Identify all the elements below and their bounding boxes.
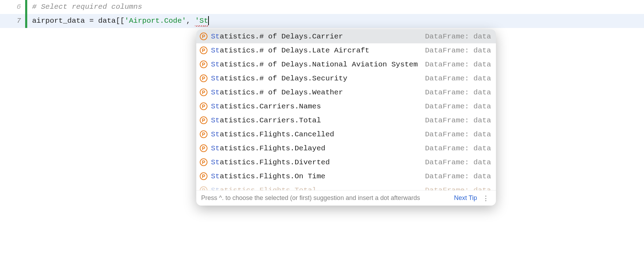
autocomplete-list[interactable]: P Statistics.# of Delays.Carrier DataFra…: [196, 29, 496, 190]
next-tip-link[interactable]: Next Tip: [454, 194, 477, 202]
autocomplete-item[interactable]: P Statistics.# of Delays.Weather DataFra…: [196, 85, 496, 99]
autocomplete-item[interactable]: P Statistics.Flights.Cancelled DataFrame…: [196, 127, 496, 141]
autocomplete-item-type: DataFrame: data: [425, 144, 491, 152]
change-marker: [25, 14, 27, 28]
code-segment: airport_data = data[[: [32, 14, 125, 28]
property-icon: P: [200, 60, 207, 68]
autocomplete-item[interactable]: P Statistics.Flights.Delayed DataFrame: …: [196, 141, 496, 155]
autocomplete-popup[interactable]: P Statistics.# of Delays.Carrier DataFra…: [196, 29, 496, 206]
autocomplete-item[interactable]: P Statistics.# of Delays.Carrier DataFra…: [196, 29, 496, 43]
autocomplete-item[interactable]: P Statistics.Carriers.Names DataFrame: d…: [196, 99, 496, 113]
autocomplete-item-type: DataFrame: data: [425, 158, 491, 166]
property-icon: P: [200, 88, 207, 96]
autocomplete-item[interactable]: P Statistics.Flights.Diverted DataFrame:…: [196, 155, 496, 169]
comment-text: # Select required columns: [32, 0, 142, 14]
property-icon: P: [200, 186, 207, 190]
line-number: 6: [0, 0, 25, 14]
autocomplete-item-label: Statistics.Carriers.Total: [211, 116, 422, 124]
autocomplete-item-type: DataFrame: data: [425, 186, 491, 191]
footer-hint: Press ^. to choose the selected (or firs…: [201, 194, 450, 202]
autocomplete-item-label: Statistics.Flights.Delayed: [211, 144, 422, 152]
autocomplete-item-label: Statistics.Flights.Total: [211, 186, 422, 191]
line-number: 7: [0, 14, 25, 28]
code-line-active[interactable]: 7 airport_data = data[['Airport.Code', '…: [0, 14, 644, 28]
autocomplete-item-label: Statistics.Carriers.Names: [211, 102, 422, 110]
autocomplete-item-label: Statistics.Flights.Cancelled: [211, 130, 422, 138]
property-icon: P: [200, 33, 207, 40]
string-open-quote: ': [195, 14, 199, 28]
autocomplete-item-label: Statistics.# of Delays.National Aviation…: [211, 60, 422, 69]
property-icon: P: [200, 46, 207, 54]
autocomplete-item[interactable]: P Statistics.# of Delays.Security DataFr…: [196, 71, 496, 85]
autocomplete-item[interactable]: P Statistics.Flights.Total DataFrame: da…: [196, 183, 496, 190]
property-icon: P: [200, 102, 207, 110]
autocomplete-item[interactable]: P Statistics.Flights.On Time DataFrame: …: [196, 169, 496, 183]
code-segment: ,: [186, 14, 195, 28]
code-editor[interactable]: 6 # Select required columns 7 airport_da…: [0, 0, 644, 28]
autocomplete-item-type: DataFrame: data: [425, 116, 491, 124]
change-marker: [25, 0, 27, 14]
property-icon: P: [200, 144, 207, 152]
autocomplete-footer: Press ^. to choose the selected (or firs…: [196, 190, 496, 206]
string-partial: St: [199, 14, 208, 28]
autocomplete-item[interactable]: P Statistics.Carriers.Total DataFrame: d…: [196, 113, 496, 127]
more-options-icon[interactable]: ⋮: [481, 194, 491, 202]
text-cursor: [208, 16, 209, 25]
autocomplete-item[interactable]: P Statistics.# of Delays.National Aviati…: [196, 57, 496, 71]
autocomplete-item-label: Statistics.# of Delays.Weather: [211, 88, 422, 96]
property-icon: P: [200, 172, 207, 180]
autocomplete-item-type: DataFrame: data: [425, 172, 491, 180]
autocomplete-item-label: Statistics.# of Delays.Carrier: [211, 33, 422, 41]
property-icon: P: [200, 158, 207, 166]
autocomplete-item-type: DataFrame: data: [425, 46, 491, 55]
property-icon: P: [200, 74, 207, 82]
autocomplete-item-type: DataFrame: data: [425, 74, 491, 83]
autocomplete-item-label: Statistics.# of Delays.Late Aircraft: [211, 46, 422, 55]
code-content[interactable]: airport_data = data[['Airport.Code', 'St: [32, 14, 209, 28]
autocomplete-item-type: DataFrame: data: [425, 102, 491, 110]
code-line[interactable]: 6 # Select required columns: [0, 0, 644, 14]
string-literal: 'Airport.Code': [125, 14, 186, 28]
autocomplete-item-type: DataFrame: data: [425, 130, 491, 138]
autocomplete-item-type: DataFrame: data: [425, 88, 491, 96]
autocomplete-item-label: Statistics.# of Delays.Security: [211, 74, 422, 83]
property-icon: P: [200, 130, 207, 138]
autocomplete-item-type: DataFrame: data: [425, 60, 491, 69]
autocomplete-item-type: DataFrame: data: [425, 33, 491, 41]
property-icon: P: [200, 116, 207, 124]
autocomplete-item-label: Statistics.Flights.Diverted: [211, 158, 422, 166]
code-content[interactable]: # Select required columns: [32, 0, 142, 14]
autocomplete-item-label: Statistics.Flights.On Time: [211, 172, 422, 180]
autocomplete-item[interactable]: P Statistics.# of Delays.Late Aircraft D…: [196, 43, 496, 57]
